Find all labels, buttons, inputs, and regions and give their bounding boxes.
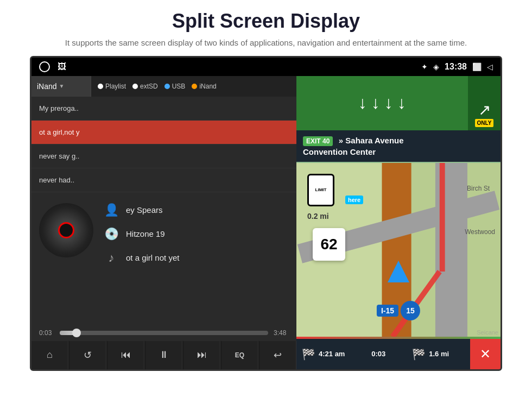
pause-button[interactable]: ⏸ (145, 341, 182, 369)
page-subtitle: It supports the same screen display of t… (22, 37, 510, 49)
source-usb[interactable]: USB (164, 83, 186, 90)
album-art (39, 203, 93, 257)
map-label-westwood: Westwood (465, 228, 495, 236)
playlist-item-title: ot a girl,not y (39, 128, 79, 136)
device-frame: 🖼 ✦ ◈ 13:38 ⬜ ◁ iNand ▼ Playlist (30, 56, 502, 371)
image-icon: 🖼 (58, 62, 66, 72)
nav-arrow-down-1: ↓ (358, 93, 367, 113)
list-item[interactable]: never say g.. (31, 144, 296, 168)
nav-sign-area: ↓ ↓ ↓ ↓ ↗ ONLY (296, 76, 501, 130)
repeat-button[interactable]: ↺ (69, 341, 106, 369)
song-label: ot a girl not yet (126, 253, 179, 262)
status-right-icons: ✦ ◈ 13:38 ⬜ ◁ (421, 62, 493, 72)
playlist-item-title: never say g.. (39, 152, 79, 160)
nav-sign-green: ↓ ↓ ↓ ↓ (296, 76, 468, 130)
status-left-icons: 🖼 (39, 61, 66, 72)
nav-arrow-down-2: ↓ (371, 93, 380, 113)
checkered-flag-start-icon: 🏁 (302, 348, 315, 361)
eta-duration: 0:03 (366, 350, 391, 358)
list-item[interactable]: ot a girl,not y (31, 121, 296, 144)
next-button[interactable]: ⏭ (183, 341, 220, 369)
page-title: Split Screen Display (22, 10, 510, 33)
source-playlist[interactable]: Playlist (98, 83, 126, 90)
source-inand[interactable]: iNand (192, 83, 216, 90)
repeat-icon: ↺ (84, 349, 92, 361)
music-player-panel: iNand ▼ Playlist extSD USB (31, 76, 296, 369)
eta-start: 🏁 4:21 am (296, 348, 350, 361)
next-icon: ⏭ (197, 349, 207, 361)
source-playlist-label: Playlist (105, 83, 126, 90)
song-row: ♪ ot a girl not yet (104, 251, 179, 265)
nav-sign-strip: ↗ ONLY (468, 76, 501, 130)
eta-time: 4:21 am (319, 350, 345, 358)
speed-limit-sign: LIMIT (307, 174, 334, 206)
radio-extsd-icon (132, 84, 138, 89)
highway-shield: I-15 15 (377, 301, 420, 320)
circle-icon (39, 61, 50, 72)
player-center: 👤 ey Spears 💿 Hitzone 19 ♪ ot a girl not… (31, 192, 296, 326)
source-row: iNand ▼ Playlist extSD USB (31, 76, 296, 97)
navigation-panel: ↓ ↓ ↓ ↓ ↗ ONLY EXIT 40 » Sahara Avenue (296, 76, 501, 369)
nav-close-button[interactable]: ✕ (470, 339, 501, 369)
eta-distance-block: 🏁 1.6 mi (407, 348, 454, 361)
nav-bottom-bar: 🏁 4:21 am 0:03 🏁 1.6 mi ✕ (296, 339, 501, 369)
nav-map: ↓ ↓ ↓ ↓ ↗ ONLY EXIT 40 » Sahara Avenue (296, 76, 501, 369)
nav-instruction: EXIT 40 » Sahara Avenue Convention Cente… (296, 130, 501, 162)
pause-icon: ⏸ (159, 349, 169, 361)
eta-distance: 1.6 mi (429, 350, 449, 358)
status-time: 13:38 (445, 62, 467, 72)
window-icon: ⬜ (472, 62, 482, 71)
list-item[interactable]: My preroga.. (31, 97, 296, 121)
exit-badge: EXIT 40 (303, 136, 333, 146)
artist-label: ey Spears (126, 205, 163, 215)
nav-arrow-up-right-icon: ↗ (478, 101, 491, 119)
here-logo: here (345, 196, 363, 204)
previous-icon: ⏮ (121, 349, 131, 361)
source-selected-label: iNand (37, 82, 57, 91)
list-item[interactable]: never had.. (31, 168, 296, 192)
progress-bar[interactable] (60, 331, 268, 335)
speed-display: 62 (313, 228, 345, 261)
source-extsd[interactable]: extSD (132, 83, 158, 90)
back-icon: ◁ (487, 62, 493, 71)
svg-rect-5 (440, 163, 445, 272)
source-extsd-label: extSD (140, 83, 158, 90)
home-icon: ⌂ (47, 349, 53, 361)
split-screen: iNand ▼ Playlist extSD USB (31, 76, 501, 369)
source-inand-label: iNand (199, 83, 216, 90)
back-button[interactable]: ↩ (259, 341, 296, 369)
distance-to-turn: 0.2 mi (307, 212, 329, 220)
eq-button[interactable]: EQ (221, 341, 258, 369)
home-button[interactable]: ⌂ (31, 341, 68, 369)
highway-num: 15 (401, 301, 420, 320)
nav-arrow-down-3: ↓ (384, 93, 393, 113)
eta-duration-label: 0:03 (371, 350, 385, 358)
map-label-birch: Birch St (467, 185, 490, 192)
album-art-inner (58, 222, 74, 238)
track-info: 👤 ey Spears 💿 Hitzone 19 ♪ ot a girl not… (104, 198, 179, 265)
time-total: 3:48 (274, 329, 289, 337)
album-label: Hitzone 19 (126, 229, 165, 238)
playlist-item-title: never had.. (39, 176, 74, 184)
watermark: Seicane (474, 328, 501, 337)
car-position-icon (388, 261, 409, 282)
nav-arrow-down-4: ↓ (397, 93, 406, 113)
close-icon: ✕ (480, 346, 491, 362)
progress-thumb (72, 329, 81, 337)
source-options: Playlist extSD USB iNand (91, 83, 223, 90)
radio-usb-icon (164, 84, 170, 89)
artist-icon: 👤 (104, 203, 118, 217)
radio-inand-icon (192, 84, 197, 89)
previous-button[interactable]: ⏮ (107, 341, 144, 369)
playlist: My preroga.. ot a girl,not y never say g… (31, 97, 296, 192)
playlist-item-title: My preroga.. (39, 104, 79, 112)
radio-playlist-icon (98, 84, 103, 89)
map-road-area: LIMIT here 0.2 mi 62 I-15 15 (296, 163, 501, 337)
song-icon: ♪ (104, 251, 118, 265)
album-icon: 💿 (104, 227, 118, 241)
progress-area: 0:03 3:48 (31, 326, 296, 341)
location-icon: ◈ (433, 62, 439, 71)
controls-bar: ⌂ ↺ ⏮ ⏸ ⏭ EQ ↩ (31, 341, 296, 369)
chevron-down-icon: ▼ (59, 83, 65, 89)
source-dropdown[interactable]: iNand ▼ (31, 76, 91, 97)
